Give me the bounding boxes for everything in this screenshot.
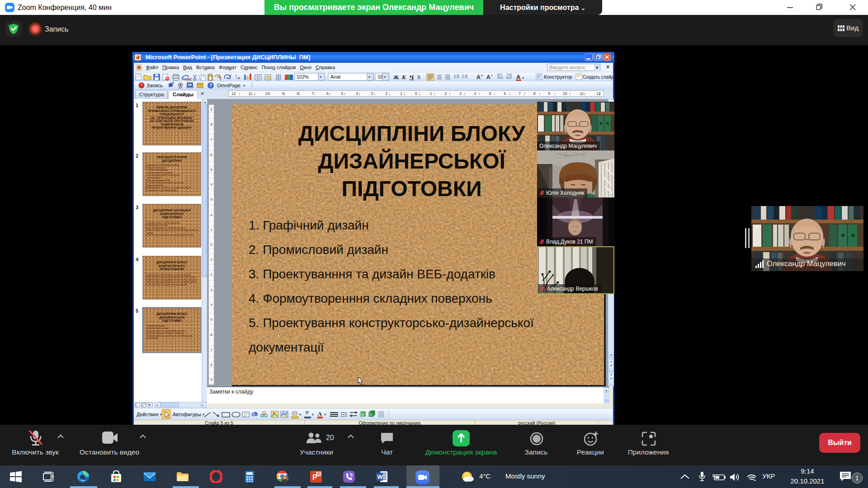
svg-text:Автофигуры: Автофигуры	[173, 412, 201, 417]
svg-text:▾: ▾	[312, 413, 314, 417]
svg-text:▾: ▾	[384, 75, 386, 79]
svg-text:А: А	[516, 74, 521, 80]
svg-text:S: S	[417, 74, 420, 80]
svg-text:▾: ▾	[324, 413, 326, 417]
svg-text:Создать слайд: Создать слайд	[583, 75, 613, 80]
svg-text:▾: ▾	[320, 75, 321, 79]
svg-text:▾: ▾	[243, 84, 245, 88]
svg-text:▾: ▾	[299, 413, 301, 417]
svg-text:Запись: Запись	[146, 83, 163, 88]
svg-text:▾: ▾	[522, 76, 524, 80]
svg-text:▾: ▾	[203, 413, 204, 417]
svg-text:◂: ◂	[156, 403, 158, 407]
svg-text:А: А	[318, 411, 322, 417]
svg-text:Ж: Ж	[393, 74, 399, 80]
svg-text:P: P	[312, 474, 317, 481]
svg-text:▾: ▾	[238, 76, 240, 80]
svg-text:К: К	[401, 74, 406, 80]
svg-text:Конструктор: Конструктор	[544, 74, 572, 80]
svg-text:▸: ▸	[202, 403, 204, 407]
svg-text:OmniPage: OmniPage	[217, 83, 241, 88]
svg-text:102%: 102%	[297, 74, 309, 80]
svg-text:?: ?	[209, 83, 212, 88]
svg-text:▾: ▾	[160, 413, 162, 417]
svg-text:18: 18	[377, 74, 383, 80]
svg-text:Arial: Arial	[330, 74, 340, 80]
svg-text:А: А	[476, 74, 481, 80]
svg-text:ABC: ABC	[184, 77, 193, 81]
svg-text:▾: ▾	[368, 75, 370, 79]
svg-text:Ч: Ч	[410, 74, 414, 80]
svg-text:W: W	[377, 474, 383, 480]
svg-text:А: А	[486, 74, 491, 80]
svg-text:A: A	[252, 413, 255, 417]
svg-text:Действия: Действия	[137, 412, 158, 417]
